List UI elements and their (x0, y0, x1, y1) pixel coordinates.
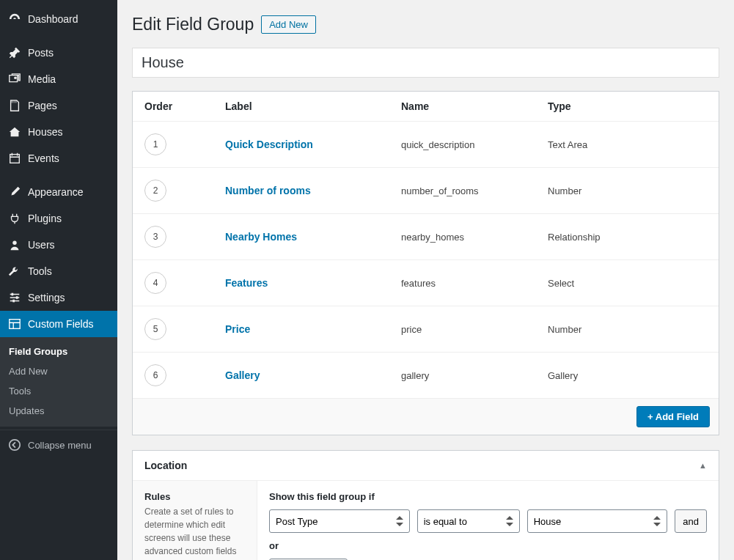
col-name: Name (389, 92, 536, 122)
order-handle[interactable]: 1 (144, 133, 166, 155)
field-type: Select (536, 260, 719, 306)
field-type: Relationship (536, 214, 719, 260)
col-order: Order (133, 92, 213, 122)
menu-item-pages[interactable]: Pages (0, 92, 117, 119)
field-row[interactable]: 4FeaturesfeaturesSelect (133, 260, 719, 306)
plug-icon (7, 211, 22, 226)
submenu-item-tools[interactable]: Tools (0, 381, 117, 401)
layout-icon (7, 317, 22, 331)
order-handle[interactable]: 3 (144, 226, 166, 248)
home-icon (7, 125, 22, 139)
menu-item-houses[interactable]: Houses (0, 119, 117, 145)
order-handle[interactable]: 4 (144, 272, 166, 294)
pin-icon (7, 45, 22, 60)
menu-item-posts[interactable]: Posts (0, 40, 117, 66)
fields-table: Order Label Name Type 1Quick Description… (133, 92, 719, 398)
field-row[interactable]: 1Quick Descriptionquick_descriptionText … (133, 122, 719, 168)
menu-label: Appearance (28, 186, 84, 198)
location-panel: Location ▲ Rules Create a set of rules t… (132, 450, 719, 560)
menu-label: Dashboard (28, 13, 78, 25)
submenu-item-field-groups[interactable]: Field Groups (0, 342, 117, 361)
svg-rect-4 (16, 296, 18, 299)
field-row[interactable]: 5PricepriceNumber (133, 306, 719, 353)
field-name: quick_description (389, 122, 536, 168)
menu-label: Plugins (28, 213, 62, 224)
pages-icon (7, 98, 22, 113)
menu-item-media[interactable]: Media (0, 66, 117, 92)
toggle-icon: ▲ (699, 461, 707, 470)
field-row[interactable]: 6GallerygalleryGallery (133, 353, 719, 399)
field-label-link[interactable]: Quick Description (225, 139, 313, 150)
menu-item-custom-fields[interactable]: Custom Fields (0, 311, 117, 337)
menu-item-plugins[interactable]: Plugins (0, 205, 117, 232)
menu-item-events[interactable]: Events (0, 145, 117, 172)
collapse-label: Collapse menu (28, 440, 92, 451)
menu-label: Custom Fields (28, 318, 93, 330)
or-label: or (269, 540, 707, 551)
menu-item-users[interactable]: Users (0, 232, 117, 258)
svg-point-2 (12, 241, 16, 245)
field-name: nearby_homes (389, 214, 536, 260)
dashboard-icon (7, 12, 22, 26)
sliders-icon (7, 290, 22, 305)
field-label-link[interactable]: Price (225, 323, 250, 335)
menu-item-dashboard[interactable]: Dashboard (0, 6, 117, 32)
rule-param-select[interactable]: Post Type (269, 509, 410, 533)
rule-row: Post Type is equal to House and (269, 509, 707, 533)
add-new-button[interactable]: Add New (261, 15, 316, 34)
and-button[interactable]: and (675, 509, 707, 533)
menu-label: Events (28, 152, 59, 164)
svg-rect-1 (10, 155, 20, 163)
collapse-icon (7, 438, 22, 452)
field-row[interactable]: 2Number of roomsnumber_of_roomsNumber (133, 168, 719, 214)
menu-label: Users (28, 239, 55, 251)
brush-icon (7, 185, 22, 199)
page-title: Edit Field Group (132, 15, 254, 34)
rules-heading: Rules (144, 491, 245, 502)
col-type: Type (536, 92, 719, 122)
field-label-link[interactable]: Number of rooms (225, 185, 311, 196)
location-header[interactable]: Location ▲ (133, 451, 719, 481)
field-name: price (389, 306, 536, 353)
svg-point-0 (14, 76, 17, 79)
field-type: Number (536, 306, 719, 353)
svg-rect-5 (12, 300, 15, 303)
field-label-link[interactable]: Features (225, 277, 268, 289)
rules-description: Create a set of rules to determine which… (144, 505, 245, 558)
menu-item-appearance[interactable]: Appearance (0, 179, 117, 205)
order-handle[interactable]: 6 (144, 364, 166, 386)
svg-rect-3 (12, 293, 14, 296)
svg-rect-6 (10, 320, 20, 329)
calendar-icon (7, 151, 22, 166)
col-label: Label (213, 92, 389, 122)
field-name: features (389, 260, 536, 306)
menu-label: Houses (28, 126, 62, 138)
menu-item-tools[interactable]: Tools (0, 258, 117, 284)
group-title-input[interactable] (132, 48, 719, 78)
rule-value-select[interactable]: House (527, 509, 668, 533)
main-content: Edit Field Group Add New Order Label Nam… (117, 0, 734, 560)
location-title: Location (144, 460, 187, 471)
add-field-button[interactable]: + Add Field (636, 406, 710, 427)
menu-label: Posts (28, 47, 54, 59)
field-name: gallery (389, 353, 536, 399)
field-name: number_of_rooms (389, 168, 536, 214)
rule-operator-select[interactable]: is equal to (417, 509, 520, 533)
submenu-item-updates[interactable]: Updates (0, 401, 117, 421)
show-if-label: Show this field group if (269, 491, 707, 502)
fields-panel: Order Label Name Type 1Quick Description… (132, 91, 719, 435)
menu-item-settings[interactable]: Settings (0, 284, 117, 311)
field-type: Number (536, 168, 719, 214)
order-handle[interactable]: 2 (144, 180, 166, 202)
submenu-item-add-new[interactable]: Add New (0, 361, 117, 381)
admin-sidebar: DashboardPostsMediaPagesHousesEventsAppe… (0, 0, 117, 560)
menu-label: Media (28, 73, 56, 85)
menu-label: Tools (28, 265, 52, 277)
field-label-link[interactable]: Gallery (225, 369, 260, 381)
order-handle[interactable]: 5 (144, 318, 166, 340)
svg-point-7 (10, 440, 20, 450)
field-label-link[interactable]: Nearby Homes (225, 231, 297, 243)
collapse-menu[interactable]: Collapse menu (0, 430, 117, 460)
field-type: Gallery (536, 353, 719, 399)
field-row[interactable]: 3Nearby Homesnearby_homesRelationship (133, 214, 719, 260)
